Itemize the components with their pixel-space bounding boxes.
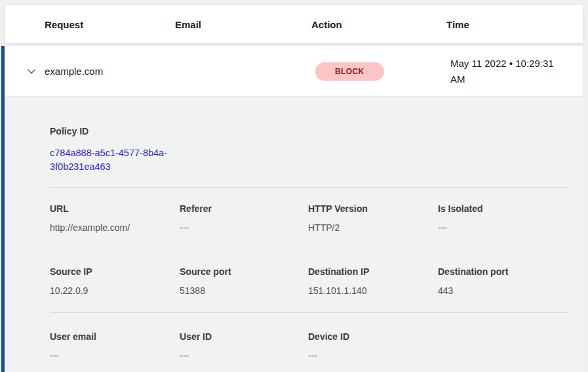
- field-is-isolated: Is Isolated ---: [438, 203, 568, 234]
- field-referer: Referer ---: [180, 203, 308, 234]
- policy-id-link[interactable]: c784a888-a5c1-4577-8b4a-3f0b231ea463: [50, 146, 184, 174]
- field-label: Destination port: [438, 266, 568, 278]
- field-user-email: User email ---: [50, 331, 180, 362]
- field-value: HTTP/2: [308, 222, 438, 234]
- field-value: 151.101.1.140: [308, 285, 438, 297]
- field-source-ip: Source IP 10.22.0.9: [50, 266, 180, 297]
- field-label: Referer: [180, 203, 308, 215]
- field-device-id: Device ID ---: [308, 331, 568, 362]
- column-header-request: Request: [45, 19, 175, 30]
- field-source-port: Source port 51388: [180, 266, 308, 297]
- field-label: Is Isolated: [438, 203, 568, 215]
- column-header-email: Email: [175, 19, 311, 30]
- policy-id-field: Policy ID c784a888-a5c1-4577-8b4a-3f0b23…: [50, 126, 568, 174]
- field-label: URL: [50, 203, 180, 215]
- field-label: Source IP: [50, 266, 180, 278]
- field-value: ---: [308, 350, 568, 362]
- policy-id-label: Policy ID: [50, 126, 568, 137]
- field-value: 51388: [180, 285, 308, 297]
- field-url: URL http://example.com/: [50, 203, 180, 234]
- field-label: Source port: [180, 266, 308, 278]
- details-fields-row-3: User email --- User ID --- Device ID ---: [50, 331, 568, 362]
- section-divider: [50, 312, 568, 313]
- field-destination-ip: Destination IP 151.101.1.140: [308, 266, 438, 297]
- chevron-down-icon: [26, 66, 37, 77]
- field-label: Destination IP: [308, 266, 438, 278]
- cell-request: example.com: [45, 66, 179, 77]
- field-value: http://example.com/: [50, 222, 180, 234]
- field-value: ---: [438, 222, 568, 234]
- field-value: ---: [180, 350, 308, 362]
- field-user-id: User ID ---: [180, 331, 308, 362]
- row-details-panel: Policy ID c784a888-a5c1-4577-8b4a-3f0b23…: [5, 97, 583, 372]
- details-fields-row-1: URL http://example.com/ Referer --- HTTP…: [50, 203, 568, 234]
- field-label: HTTP Version: [308, 203, 438, 215]
- field-http-version: HTTP Version HTTP/2: [308, 203, 438, 234]
- table-header: Request Email Action Time: [5, 5, 583, 43]
- status-badge-block: BLOCK: [315, 62, 384, 81]
- column-header-action: Action: [311, 19, 446, 30]
- request-log-table: Request Email Action Time example.com BL…: [1, 5, 583, 372]
- column-header-time: Time: [446, 19, 583, 30]
- field-label: Device ID: [308, 331, 568, 342]
- field-destination-port: Destination port 443: [438, 266, 568, 297]
- details-fields-row-2: Source IP 10.22.0.9 Source port 51388 De…: [50, 266, 568, 297]
- field-value: ---: [180, 222, 308, 234]
- field-value: 10.22.0.9: [50, 285, 180, 297]
- field-value: 443: [438, 285, 568, 297]
- table-row[interactable]: example.com BLOCK May 11 2022 • 10:29:31…: [5, 46, 583, 97]
- field-value: ---: [50, 350, 180, 362]
- cell-action: BLOCK: [315, 62, 450, 81]
- cell-time: May 11 2022 • 10:29:31 AM: [450, 56, 583, 87]
- field-label: User ID: [180, 331, 308, 342]
- log-row-group: example.com BLOCK May 11 2022 • 10:29:31…: [1, 46, 583, 372]
- field-label: User email: [50, 331, 180, 342]
- collapse-row-button[interactable]: [26, 66, 45, 77]
- section-divider: [50, 187, 568, 188]
